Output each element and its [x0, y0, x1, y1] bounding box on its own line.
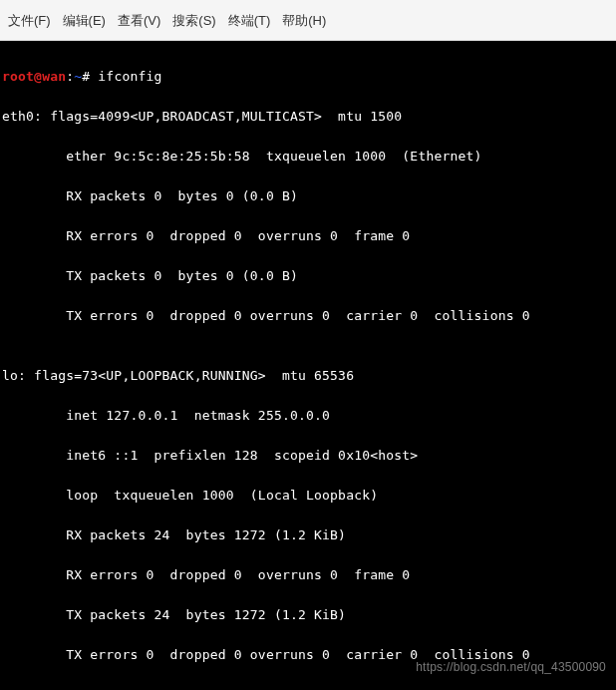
output-line: TX packets 0 bytes 0 (0.0 B) [2, 266, 614, 286]
output-line: loop txqueuelen 1000 (Local Loopback) [2, 486, 614, 506]
menubar: 文件(F) 编辑(E) 查看(V) 搜索(S) 终端(T) 帮助(H) [0, 0, 616, 41]
output-line: ether 9c:5c:8e:25:5b:58 txqueuelen 1000 … [2, 147, 614, 167]
command-text: ifconfig [98, 69, 161, 84]
terminal-area[interactable]: root@wan:~# ifconfig eth0: flags=4099<UP… [0, 41, 616, 690]
output-line: inet 127.0.0.1 netmask 255.0.0.0 [2, 406, 614, 426]
menu-help[interactable]: 帮助(H) [282, 12, 326, 30]
output-line: RX packets 0 bytes 0 (0.0 B) [2, 186, 614, 206]
prompt-host: root@wan [2, 69, 66, 84]
menu-edit[interactable]: 编辑(E) [63, 12, 106, 30]
output-line: RX errors 0 dropped 0 overruns 0 frame 0 [2, 226, 614, 246]
output-line: RX packets 24 bytes 1272 (1.2 KiB) [2, 525, 614, 545]
output-line: RX errors 0 dropped 0 overruns 0 frame 0 [2, 565, 614, 585]
output-line: eth0: flags=4099<UP,BROADCAST,MULTICAST>… [2, 107, 614, 127]
menu-file[interactable]: 文件(F) [8, 12, 51, 30]
menu-search[interactable]: 搜索(S) [172, 12, 215, 30]
prompt-end: # [82, 69, 98, 84]
output-line: TX packets 24 bytes 1272 (1.2 KiB) [2, 605, 614, 625]
menu-view[interactable]: 查看(V) [118, 12, 160, 30]
output-line: lo: flags=73<UP,LOOPBACK,RUNNING> mtu 65… [2, 366, 614, 386]
output-line: TX errors 0 dropped 0 overruns 0 carrier… [2, 306, 614, 326]
output-line: inet6 ::1 prefixlen 128 scopeid 0x10<hos… [2, 446, 614, 466]
prompt-line: root@wan:~# ifconfig [2, 67, 614, 87]
output-line: TX errors 0 dropped 0 overruns 0 carrier… [2, 645, 614, 665]
menu-terminal[interactable]: 终端(T) [228, 12, 271, 30]
